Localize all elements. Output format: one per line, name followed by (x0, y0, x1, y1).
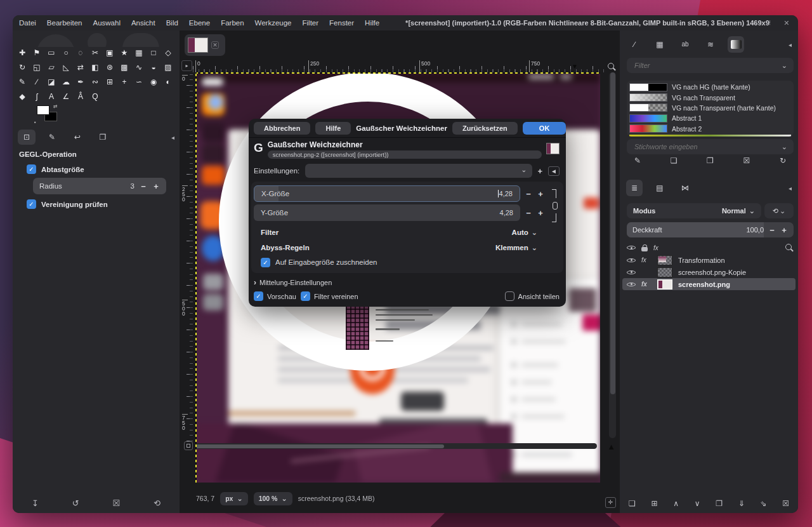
tool-3d-transform[interactable]: ◧ (91, 63, 100, 72)
image-tab-close-icon[interactable]: ✕ (211, 41, 219, 49)
fg-bg-color-swatches[interactable]: ⇄ ▪ (37, 105, 62, 127)
tool-heal[interactable]: + (120, 77, 129, 86)
delete-preset-icon[interactable]: ☒ (113, 498, 121, 508)
search-layers-icon[interactable] (785, 244, 794, 252)
tool-clone[interactable]: ⊞ (105, 77, 114, 86)
restore-preset-icon[interactable]: ↺ (72, 498, 79, 508)
tool-flip[interactable]: ⇄ (76, 63, 85, 72)
gradient-filter-input[interactable] (633, 61, 782, 70)
presets-dropdown[interactable]: ⌄ (305, 164, 532, 178)
tab-fonts[interactable]: ab (677, 36, 693, 53)
menu-werkzeuge[interactable]: Werkzeuge (255, 19, 292, 27)
filter-select-row[interactable]: Filter Auto⌄ (254, 225, 544, 240)
collapse-dock-icon[interactable]: ◂ (789, 41, 792, 48)
gradient-item[interactable]: VG nach Transparent (harte Kante) (627, 103, 794, 113)
navigation-preview-button[interactable]: ✛ (605, 497, 616, 508)
gradient-item-partial[interactable] (629, 135, 791, 137)
tool-foreground-select[interactable]: ▣ (105, 48, 114, 57)
cancel-button[interactable]: Abbrechen (254, 122, 310, 135)
lower-layer-icon[interactable]: ∨ (695, 499, 700, 508)
collapse-dock-icon[interactable]: ◂ (171, 134, 174, 141)
gradient-item[interactable]: Abstract 2 (627, 124, 794, 134)
tool-ellipse-select[interactable]: ○ (62, 48, 70, 57)
menu-ansicht[interactable]: Ansicht (131, 19, 155, 27)
split-view-option[interactable]: Ansicht teilen (505, 291, 560, 301)
eye-icon[interactable] (627, 281, 636, 288)
menu-filter[interactable]: Filter (303, 19, 319, 27)
gradient-tags-input[interactable] (633, 142, 782, 151)
help-button[interactable]: Hilfe (315, 122, 351, 135)
manage-presets-icon[interactable]: ◄ (548, 166, 560, 176)
menu-hilfe[interactable]: Hilfe (365, 19, 379, 27)
tool-perspective[interactable]: ◺ (62, 63, 70, 72)
tool-warp[interactable]: ∿ (134, 63, 143, 72)
checkbox-unchecked-icon[interactable] (505, 291, 514, 301)
tool-shear[interactable]: ▱ (47, 63, 56, 72)
checkbox-checked-icon[interactable]: ✓ (27, 164, 36, 174)
tool-blur-sharpen[interactable]: ◉ (149, 77, 158, 86)
add-preset-icon[interactable]: + (538, 166, 543, 176)
tool-bucket-fill[interactable]: ◒ (149, 63, 158, 72)
vertical-ruler[interactable]: 0 250 500 750 (181, 72, 193, 441)
layer-mode-dropdown[interactable]: Modus Normal⌄ (627, 203, 761, 218)
size-x-field[interactable]: X-Größe 4,28 (254, 185, 520, 202)
tool-move[interactable]: ✚ (18, 48, 27, 57)
menu-bild[interactable]: Bild (166, 19, 178, 27)
radius-slider[interactable]: Radius 3 − + (33, 178, 166, 194)
checkbox-checked-icon[interactable]: ✓ (261, 258, 270, 267)
gradient-tags-combo[interactable]: ⌄ (627, 139, 794, 154)
layer-name[interactable]: screenshot.png-Kopie (678, 269, 746, 276)
tab-patterns[interactable]: ▦ (652, 36, 668, 53)
tool-scissors-select[interactable]: ✂ (91, 48, 100, 57)
size-y-decrement[interactable]: − (525, 208, 532, 218)
size-y-increment[interactable]: + (537, 208, 544, 218)
eye-icon[interactable] (627, 269, 636, 276)
size-y-field[interactable]: Y-Größe 4,28 (254, 204, 520, 221)
ok-button[interactable]: OK (523, 122, 566, 135)
tab-gradients[interactable] (728, 36, 744, 53)
eye-icon[interactable] (627, 257, 636, 264)
tool-dodge-burn[interactable]: ◐ (164, 77, 173, 86)
tool-scale[interactable]: ◱ (32, 63, 41, 72)
scroll-corner-icon[interactable]: ▲ (607, 442, 615, 451)
menu-fenster[interactable]: Fenster (329, 19, 354, 27)
anchor-layer-icon[interactable]: ⇘ (760, 499, 766, 508)
tool-by-color-select[interactable]: ▦ (134, 48, 143, 57)
horizontal-scroll-thumb[interactable] (195, 444, 444, 448)
tool-rect-select[interactable]: ▭ (47, 48, 56, 57)
edit-gradient-icon[interactable]: ✎ (634, 156, 641, 171)
merge-filter-option[interactable]: ✓ Filter vereinen (301, 291, 358, 301)
radius-increment[interactable]: + (152, 182, 160, 191)
ruler-corner-button[interactable]: ▸ (181, 60, 192, 71)
tab-paths[interactable]: ⋈ (677, 180, 693, 196)
tool-free-select[interactable]: ◌ (76, 48, 85, 57)
swap-colors-icon[interactable]: ⇄ (53, 103, 58, 109)
gradient-filter-combo[interactable]: ⌄ (627, 58, 794, 73)
tool-gradient[interactable]: ▨ (164, 63, 173, 72)
radius-decrement[interactable]: − (140, 182, 147, 191)
layer-name[interactable]: screenshot.png (678, 281, 730, 288)
tool-unified-transform[interactable]: ◇ (164, 48, 173, 57)
tab-device-status[interactable]: ✎ (43, 130, 61, 145)
save-preset-icon[interactable]: ↧ (32, 498, 39, 508)
quick-mask-toggle[interactable] (184, 441, 193, 450)
delete-gradient-icon[interactable]: ☒ (743, 156, 750, 171)
size-x-increment[interactable]: + (537, 189, 544, 199)
zoom-dropdown[interactable]: 100 % ⌄ (254, 492, 292, 505)
vertical-scrollbar[interactable] (609, 72, 616, 438)
menu-bearbeiten[interactable]: Bearbeiten (47, 19, 82, 27)
tool-color-picker[interactable]: ◆ (18, 92, 27, 101)
layer-row-selected[interactable]: fx screenshot.png (622, 278, 796, 290)
vertical-scroll-thumb[interactable] (610, 72, 615, 394)
new-layer-icon[interactable]: ❏ (629, 499, 636, 508)
tool-zoom[interactable]: Q (91, 92, 100, 101)
tool-rotate[interactable]: ↻ (18, 63, 27, 72)
horizontal-scrollbar[interactable] (195, 443, 597, 449)
blending-options-expander[interactable]: › Mittelung-Einstellungen (249, 273, 566, 288)
tool-text[interactable]: A (47, 92, 56, 101)
new-group-icon[interactable]: ⊞ (651, 499, 657, 508)
raise-layer-icon[interactable]: ∧ (673, 499, 679, 508)
refresh-gradients-icon[interactable]: ↻ (780, 156, 786, 171)
checkbox-checked-icon[interactable]: ✓ (254, 291, 263, 301)
tool-ink[interactable]: ✒ (76, 77, 85, 86)
